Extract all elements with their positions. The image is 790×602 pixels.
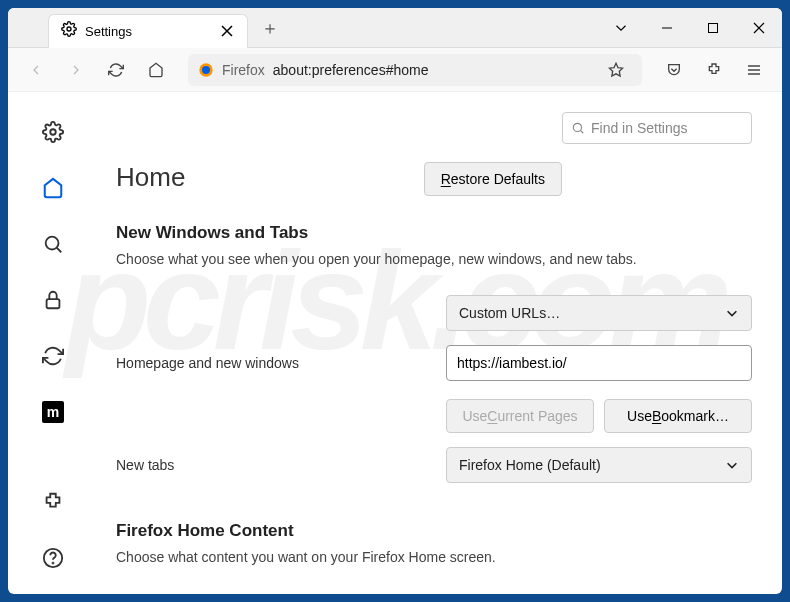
section-new-windows-desc: Choose what you see when you open your h… [116,251,752,267]
svg-rect-7 [47,299,60,308]
use-bookmark-button[interactable]: Use Bookmark… [604,399,752,433]
section-home-content-desc: Choose what content you want on your Fir… [116,549,752,565]
homepage-mode-select[interactable]: Custom URLs… [446,295,752,331]
close-button[interactable] [736,8,782,48]
chevron-down-icon [725,306,739,320]
homepage-url-input[interactable] [446,345,752,381]
sidebar-item-home[interactable] [37,172,69,204]
section-new-windows-heading: New Windows and Tabs [116,223,752,243]
svg-point-3 [202,66,210,74]
svg-marker-4 [609,63,622,76]
search-icon [571,121,585,135]
settings-sidebar: m [8,92,98,594]
settings-search-input[interactable]: Find in Settings [562,112,752,144]
menu-button[interactable] [738,54,770,86]
mozilla-icon: m [42,401,64,423]
restore-defaults-button[interactable]: Restore Defaults [424,162,562,196]
maximize-button[interactable] [690,8,736,48]
sidebar-item-search[interactable] [37,228,69,260]
sidebar-item-extensions[interactable] [37,486,69,518]
browser-tab[interactable]: Settings [48,14,248,48]
home-button[interactable] [140,54,172,86]
toolbar: Firefox about:preferences#home [8,48,782,92]
minimize-button[interactable] [644,8,690,48]
use-current-pages-button[interactable]: Use Current Pages [446,399,594,433]
newtabs-value: Firefox Home (Default) [459,457,601,473]
sidebar-item-sync[interactable] [37,340,69,372]
tab-dropdown-button[interactable] [598,8,644,48]
new-tab-button[interactable]: ＋ [256,14,284,42]
gear-icon [61,21,77,41]
svg-point-10 [573,123,581,131]
close-icon[interactable] [219,23,235,39]
svg-point-6 [46,237,59,250]
sidebar-item-privacy[interactable] [37,284,69,316]
bookmark-star-icon[interactable] [600,54,632,86]
urlbar-value: about:preferences#home [273,62,592,78]
search-placeholder: Find in Settings [591,120,688,136]
settings-main: Find in Settings Restore Defaults Home N… [98,92,782,594]
firefox-icon [198,62,214,78]
sidebar-item-help[interactable] [37,542,69,574]
section-home-content-heading: Firefox Home Content [116,521,752,541]
svg-point-9 [53,563,54,564]
urlbar-prefix: Firefox [222,62,265,78]
newtabs-label: New tabs [116,457,446,473]
sidebar-item-more[interactable]: m [37,396,69,428]
pocket-button[interactable] [658,54,690,86]
homepage-label: Homepage and new windows [116,355,446,371]
newtabs-select[interactable]: Firefox Home (Default) [446,447,752,483]
svg-point-0 [67,27,71,31]
titlebar: Settings ＋ [8,8,782,48]
homepage-mode-value: Custom URLs… [459,305,560,321]
url-bar[interactable]: Firefox about:preferences#home [188,54,642,86]
page-title: Home [116,162,424,193]
svg-rect-1 [709,23,718,32]
forward-button[interactable] [60,54,92,86]
chevron-down-icon [725,458,739,472]
sidebar-item-general[interactable] [37,116,69,148]
back-button[interactable] [20,54,52,86]
extensions-button[interactable] [698,54,730,86]
svg-point-5 [50,129,56,135]
reload-button[interactable] [100,54,132,86]
tab-title: Settings [85,24,211,39]
